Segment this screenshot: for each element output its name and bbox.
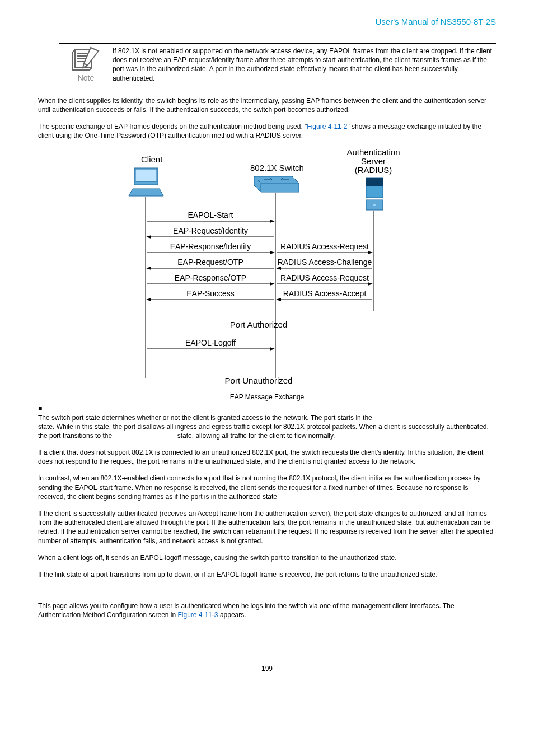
svg-text:Authentication: Authentication <box>346 147 400 157</box>
body-paragraph: If a client that does not support 802.1X… <box>38 448 496 466</box>
svg-text:Server: Server <box>361 156 386 166</box>
note-icon: Note <box>59 46 113 83</box>
figure-link[interactable]: Figure 4-11-3 <box>178 611 218 619</box>
body-paragraph: If the client is successfully authentica… <box>38 509 496 545</box>
figure-caption: EAP Message Exchange <box>38 393 496 401</box>
svg-rect-9 <box>366 182 383 186</box>
body-paragraph: The specific exchange of EAP frames depe… <box>38 122 496 140</box>
svg-text:EAPOL-Logoff: EAPOL-Logoff <box>185 338 236 347</box>
figure-link[interactable]: Figure 4-11-2 <box>307 123 347 130</box>
svg-rect-6 <box>135 169 157 181</box>
client-icon <box>129 168 163 196</box>
eap-diagram: Client 802.1X Switch Authentication Serv… <box>38 148 496 391</box>
svg-text:EAP-Success: EAP-Success <box>186 289 235 298</box>
svg-rect-8 <box>366 178 383 182</box>
body-paragraph: When the client supplies its identity, t… <box>38 96 496 114</box>
svg-text:RADIUS Access-Request: RADIUS Access-Request <box>280 242 369 251</box>
body-paragraph: If the link state of a port transitions … <box>38 570 496 579</box>
note-label: Note <box>78 73 95 82</box>
note-text: If 802.1X is not enabled or supported on… <box>113 46 496 83</box>
svg-text:Client: Client <box>141 155 163 164</box>
body-paragraph: This page allows you to configure how a … <box>38 601 496 619</box>
switch-icon <box>254 176 299 192</box>
svg-text:EAP-Request/OTP: EAP-Request/OTP <box>177 258 243 267</box>
svg-text:802.1X Switch: 802.1X Switch <box>250 163 304 172</box>
svg-text:EAP-Response/OTP: EAP-Response/OTP <box>175 273 246 282</box>
note-box: Note If 802.1X is not enabled or support… <box>59 43 496 86</box>
svg-text:Port Unauthorized: Port Unauthorized <box>225 376 293 385</box>
svg-text:Port Authorized: Port Authorized <box>230 320 288 329</box>
svg-point-11 <box>373 204 376 206</box>
svg-text:(RADIUS): (RADIUS) <box>355 165 392 175</box>
body-paragraph: The switch port state determines whether… <box>38 413 496 441</box>
body-paragraph: In contrast, when an 802.1X-enabled clie… <box>38 474 496 501</box>
bullet-marker: ■ <box>38 404 496 412</box>
page-number: 199 <box>38 665 496 673</box>
page-header: User's Manual of NS3550-8T-2S <box>38 17 496 26</box>
server-icon <box>366 178 383 210</box>
svg-text:RADIUS Access-Request: RADIUS Access-Request <box>280 273 369 282</box>
body-paragraph: When a client logs off, it sends an EAPO… <box>38 553 496 562</box>
svg-text:EAP-Response/Identity: EAP-Response/Identity <box>170 242 251 251</box>
svg-text:RADIUS Access-Challenge: RADIUS Access-Challenge <box>278 258 372 267</box>
svg-text:EAP-Request/Identity: EAP-Request/Identity <box>173 226 248 235</box>
svg-text:EAPOL-Start: EAPOL-Start <box>188 211 233 220</box>
svg-text:RADIUS Access-Accept: RADIUS Access-Accept <box>283 289 367 298</box>
